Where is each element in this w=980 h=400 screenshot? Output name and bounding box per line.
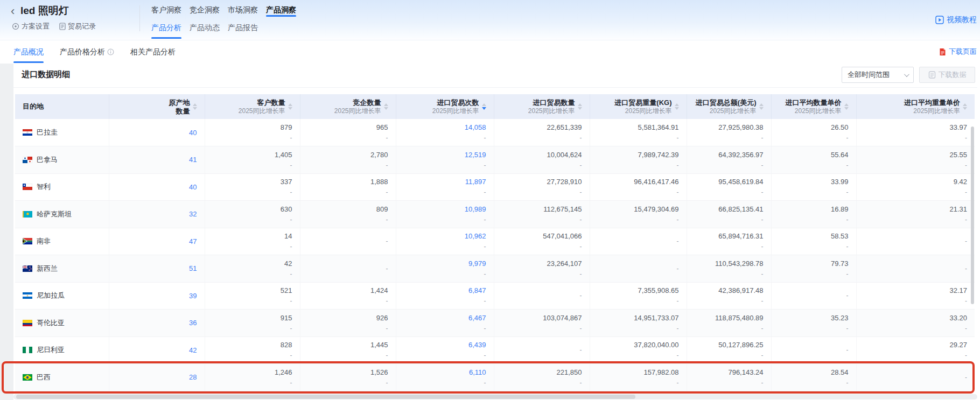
sort-control[interactable] — [675, 103, 679, 110]
sort-asc-icon[interactable] — [963, 103, 967, 106]
section-tab-1[interactable]: 产品概况 — [13, 40, 44, 64]
column-header-import_trade_times[interactable]: 进口贸易次数2025同比增长率 — [396, 94, 494, 119]
cell-import_trade_qty: 22,651,339- — [494, 119, 590, 146]
origin-count-link[interactable]: 40 — [189, 183, 197, 191]
nav-tab-4[interactable]: 产品洞察 — [266, 4, 296, 17]
origin-count-link[interactable]: 47 — [189, 237, 197, 245]
scheme-settings-link[interactable]: 方案设置 — [12, 22, 50, 31]
cell-import_trade_times: 11,897- — [396, 173, 494, 201]
sort-asc-icon[interactable] — [482, 103, 486, 106]
column-header-origin_count[interactable]: 原产地数量 — [109, 94, 205, 119]
sort-control[interactable] — [963, 103, 967, 110]
flag-cl-icon — [23, 184, 32, 190]
growth-value: - — [213, 325, 292, 332]
nav-tab-2[interactable]: 竞企洞察 — [190, 4, 220, 17]
sort-control[interactable] — [288, 103, 292, 110]
download-page-link[interactable]: 下载页面 — [939, 47, 977, 57]
cell-value: 33.20 — [864, 314, 968, 322]
vertical-scrollbar-thumb[interactable] — [971, 127, 974, 304]
table-row-za: 南非4714--10,962-547,041,066--65,894,716.3… — [15, 228, 975, 255]
column-header-import_trade_amount[interactable]: 进口贸易总额(美元)2025同比增长率 — [687, 94, 771, 119]
origin-count-link[interactable]: 36 — [189, 319, 197, 327]
sort-desc-icon[interactable] — [963, 107, 967, 110]
column-header-competitor_count[interactable]: 竞企数量2025同比增长率 — [300, 94, 396, 119]
sort-control[interactable] — [384, 103, 388, 110]
horizontal-scrollbar-thumb[interactable] — [16, 395, 635, 399]
country-name: 巴拿马 — [37, 155, 58, 165]
column-header-import_trade_weight[interactable]: 进口贸易重量(KG)2025同比增长率 — [590, 94, 687, 119]
trade-times-link[interactable]: 6,439 — [404, 341, 486, 349]
table-row-nz: 新西兰5142--9,979-23,264,107--110,543,298.7… — [15, 255, 975, 283]
sort-desc-icon[interactable] — [482, 107, 486, 110]
sort-asc-icon[interactable] — [384, 103, 388, 106]
sort-asc-icon[interactable] — [844, 103, 849, 106]
origin-count-link[interactable]: 39 — [189, 292, 197, 300]
time-range-dropdown[interactable]: 全部时间范围 — [842, 67, 914, 83]
sort-asc-icon[interactable] — [578, 103, 582, 106]
section-tab-3[interactable]: 相关产品分析 — [130, 40, 176, 64]
cell-import_trade_qty: 27,728,910- — [494, 173, 590, 201]
cell-destination: 南非 — [15, 228, 109, 255]
sort-desc-icon[interactable] — [288, 107, 292, 110]
column-header-avg_weight_price[interactable]: 进口平均重量单价2025同比增长率 — [856, 94, 975, 119]
growth-value: - — [308, 134, 388, 142]
country-name: 尼日利亚 — [37, 345, 65, 355]
origin-count-link[interactable]: 51 — [189, 264, 197, 272]
trade-times-link[interactable]: 10,962 — [404, 232, 486, 241]
sort-desc-icon[interactable] — [675, 107, 679, 110]
trade-times-link[interactable]: 6,110 — [404, 368, 486, 377]
sort-control[interactable] — [482, 103, 486, 110]
trade-times-link[interactable]: 6,847 — [404, 286, 486, 295]
quick-links: 方案设置 贸易记录 — [12, 22, 96, 31]
sort-desc-icon[interactable] — [844, 107, 849, 110]
sub-nav-tab-2[interactable]: 产品动态 — [190, 22, 220, 39]
origin-count-link[interactable]: 40 — [189, 129, 197, 137]
cell-value: 103,074,867 — [502, 314, 582, 322]
back-icon[interactable]: ‹ — [11, 4, 15, 18]
trade-times-link[interactable]: 11,897 — [404, 178, 486, 186]
sort-desc-icon[interactable] — [193, 107, 197, 110]
trade-times-link[interactable]: 10,989 — [404, 205, 486, 214]
sort-desc-icon[interactable] — [759, 107, 764, 110]
sub-nav-tab-1[interactable]: 产品分析 — [151, 22, 181, 39]
sort-asc-icon[interactable] — [759, 103, 764, 106]
origin-count-link[interactable]: 41 — [189, 156, 197, 164]
trade-records-link[interactable]: 贸易记录 — [59, 22, 96, 31]
table-row-pa: 巴拿马411,405-2,780-12,519-10,004,624-7,989… — [15, 146, 975, 174]
download-data-button[interactable]: 下载数据 — [919, 67, 975, 83]
section-tab-2[interactable]: 产品价格分析 — [60, 40, 114, 64]
sort-asc-icon[interactable] — [288, 103, 292, 106]
origin-count-link[interactable]: 28 — [189, 373, 197, 381]
sort-asc-icon[interactable] — [675, 103, 679, 106]
video-tutorial-link[interactable]: 视频教程 — [935, 15, 977, 25]
column-header-avg_qty_price[interactable]: 进口平均数量单价2025同比增长率 — [771, 94, 856, 119]
sort-control[interactable] — [193, 103, 197, 110]
sort-control[interactable] — [844, 103, 849, 110]
growth-value: - — [502, 270, 582, 278]
cell-import_trade_weight: - — [590, 255, 687, 283]
top-header: ‹ led 照明灯 方案设置 贸易记录 客户洞察竞企洞察市场洞察产品洞察 产品分… — [0, 0, 980, 40]
trade-times-link[interactable]: 14,058 — [404, 123, 486, 132]
growth-value: - — [598, 325, 679, 332]
column-header-import_trade_qty[interactable]: 进口贸易数量2025同比增长率 — [494, 94, 590, 119]
nav-tab-3[interactable]: 市场洞察 — [228, 4, 258, 17]
sort-asc-icon[interactable] — [193, 103, 197, 106]
nav-tab-1[interactable]: 客户洞察 — [151, 4, 181, 17]
sort-control[interactable] — [759, 103, 764, 110]
trade-times-link[interactable]: 12,519 — [404, 151, 486, 159]
cell-customer_count: 14- — [205, 228, 300, 255]
cell-avg_qty_price: - — [771, 336, 856, 364]
horizontal-scrollbar[interactable] — [13, 394, 977, 399]
trade-times-link[interactable]: 9,979 — [404, 259, 486, 268]
chevron-down-icon — [904, 72, 909, 77]
column-header-customer_count[interactable]: 客户数量2025同比增长率 — [205, 94, 300, 119]
sub-nav-tab-3[interactable]: 产品报告 — [228, 22, 258, 39]
flag-ni-icon — [23, 292, 32, 299]
origin-count-link[interactable]: 32 — [189, 210, 197, 218]
growth-value: - — [695, 162, 764, 169]
sort-desc-icon[interactable] — [578, 107, 582, 110]
trade-times-link[interactable]: 6,467 — [404, 314, 486, 322]
origin-count-link[interactable]: 42 — [189, 346, 197, 354]
sort-desc-icon[interactable] — [384, 107, 388, 110]
sort-control[interactable] — [578, 103, 582, 110]
